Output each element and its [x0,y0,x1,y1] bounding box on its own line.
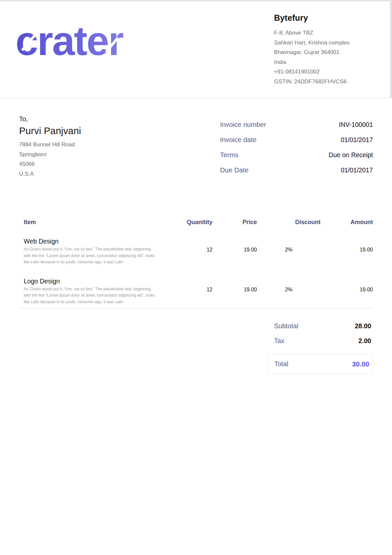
items-table: Item Quanitity Price Discount Amount Web… [0,219,392,309]
tax-row: Tax 2.00 [268,336,373,346]
item-cell: Web Design As Cicero would put it, “Um, … [19,237,162,266]
item-description: As Cicero would put it, “Um, not so fast… [24,286,173,306]
invoice-number-value: INV-100001 [339,120,373,130]
item-name: Web Design [24,237,162,246]
crater-logo: crater [15,21,123,64]
customer-name: Purvi Panjvani [19,126,157,136]
item-cell: Logo Design As Cicero would put it, “Um,… [19,277,162,306]
meta-row-invoice-number: Invoice number INV-100001 [220,119,373,130]
company-gstin: GSTIN: 24DDF7682FHVCS6 [274,77,373,87]
bill-to-block: To, Purvi Panjvani 7884 Bunnel Hill Road… [19,114,157,180]
terms-value: Due on Receipt [329,150,373,160]
viewport-top-edge [0,0,392,1]
subtotal-row: Subtotal 28.00 [268,321,373,331]
item-amount: 19.00 [321,237,373,266]
item-amount: 19.00 [321,277,373,306]
item-description-line-2: with the line “Lorem ipsum dolor sit ame… [24,253,173,259]
item-row-logo-design: Logo Design As Cicero would put it, “Um,… [19,277,373,306]
company-address-line-3: Bhavnagar, Gujrat 364001 [274,47,373,57]
items-table-header-row: Item Quanitity Price Discount Amount [19,219,373,226]
item-description-line-2: with the line “Lorem ipsum dolor sit ame… [24,292,173,299]
column-header-price: Price [212,219,257,226]
billing-and-meta-section: To, Purvi Panjvani 7884 Bunnel Hill Road… [0,114,392,180]
column-header-amount: Amount [321,219,373,226]
company-address-line-2: Sahkari Hart, Krishna complex [274,38,373,48]
subtotal-value: 28.00 [355,321,371,331]
item-description-line-3: like Latin because in its youth, centuri… [24,259,173,266]
items-bottom-divider [19,308,373,309]
customer-address-line-3: 45066 [19,159,157,169]
company-address-line-1: F-8, Above TBZ [274,28,373,38]
total-box: Total 30.00 [268,354,373,374]
item-discount: 2% [257,277,321,306]
total-label: Total [274,360,288,368]
tax-value: 2.00 [358,336,371,346]
invoice-page: crater Bytefury F-8, Above TBZ Sahkari H… [0,0,392,555]
item-price: 19.00 [212,237,257,266]
invoice-date-value: 01/01/2017 [341,135,373,145]
invoice-meta-block: Invoice number INV-100001 Invoice date 0… [220,119,373,180]
item-row-web-design: Web Design As Cicero would put it, “Um, … [19,237,373,266]
scrollbar-thumb[interactable] [390,1,392,98]
tax-label: Tax [274,336,284,346]
item-description-line-3: like Latin because in its youth, centuri… [24,299,173,306]
item-name: Logo Design [24,277,162,286]
company-address-line-4: India [274,57,373,67]
subtotal-label: Subtotal [274,321,298,331]
item-price: 19.00 [212,277,257,306]
invoice-date-label: Invoice date [220,134,257,145]
totals-section: Subtotal 28.00 Tax 2.00 Total 30.00 [268,321,373,374]
total-value: 30.00 [352,360,369,368]
column-header-discount: Discount [257,219,321,226]
meta-row-due-date: Due Date 01/01/2017 [220,165,373,175]
company-name: Bytefury [274,13,373,23]
invoice-header: crater Bytefury F-8, Above TBZ Sahkari H… [0,0,392,98]
item-quantity: 12 [162,277,212,306]
item-quantity: 12 [162,237,212,266]
item-description-line-1: As Cicero would put it, “Um, not so fast… [24,246,173,253]
customer-address-line-1: 7884 Bunnel Hill Road [19,140,157,150]
bill-to-label: To, [19,114,157,124]
meta-row-terms: Terms Due on Receipt [220,150,373,160]
meta-row-invoice-date: Invoice date 01/01/2017 [220,134,373,145]
invoice-number-label: Invoice number [220,119,266,130]
due-date-label: Due Date [220,165,249,175]
item-discount: 2% [257,237,321,266]
terms-label: Terms [220,150,238,160]
item-description: As Cicero would put it, “Um, not so fast… [24,246,173,266]
column-header-quantity: Quanitity [162,219,212,226]
column-header-item: Item [19,219,162,226]
customer-address-line-4: U.S.A [19,169,157,179]
item-description-line-1: As Cicero would put it, “Um, not so fast… [24,286,173,293]
due-date-value: 01/01/2017 [341,165,373,175]
company-phone: +91-08141901002 [274,67,373,77]
company-info: Bytefury F-8, Above TBZ Sahkari Hart, Kr… [274,13,373,98]
customer-address-line-2: Springboro [19,150,157,160]
